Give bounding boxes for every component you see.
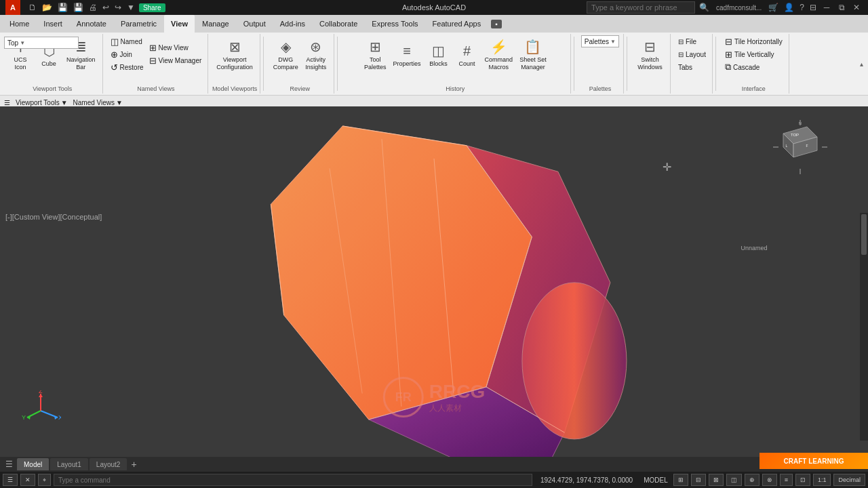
user-label: cadfmconsult... <box>716 4 762 12</box>
plugin-icon[interactable]: ⊟ <box>808 2 818 13</box>
viewport-tools-label: Viewport Tools <box>16 99 60 106</box>
viewcube-svg: TOP L F N <box>773 120 827 174</box>
layout-tab-layout2[interactable]: Layout2 <box>90 458 127 470</box>
tool-palettes-button[interactable]: ⊞ ToolPalettes <box>361 35 389 75</box>
account-icon[interactable]: 👤 <box>783 2 795 13</box>
named-button[interactable]: ◫ Named <box>108 35 146 47</box>
search-icon[interactable]: 🔍 <box>698 2 711 13</box>
interface-content: ⊟ Tile Horizontally ⊞ Tile Vertically ⧉ … <box>723 34 785 94</box>
restore-icon: ↺ <box>111 62 118 73</box>
qat-open[interactable]: 📂 <box>41 2 54 13</box>
tab-collaborate[interactable]: Collaborate <box>313 15 364 33</box>
restore-button[interactable]: ↺ Restore <box>108 61 146 73</box>
viewport-3d: ✛ X Y Z TOP <box>0 106 868 472</box>
join-button[interactable]: ⊕ Join <box>108 48 146 60</box>
search-input[interactable] <box>587 1 695 14</box>
tab-manage[interactable]: Manage <box>195 15 236 33</box>
restore-button[interactable]: ⧉ <box>835 1 848 14</box>
status-btn-5[interactable]: ⊕ <box>745 474 760 486</box>
activity-insights-button[interactable]: ⊛ ActivityInsights <box>302 35 330 75</box>
close-button[interactable]: ✕ <box>850 1 863 14</box>
extra-tab[interactable]: ▪ <box>491 20 502 28</box>
layout-tab-model[interactable]: Model <box>17 458 49 470</box>
status-units[interactable]: Decimal <box>833 474 865 486</box>
cascade-button[interactable]: ⧉ Cascade <box>723 61 785 73</box>
cascade-label: Cascade <box>733 64 760 71</box>
app-button[interactable]: A <box>5 0 20 15</box>
tile-v-icon: ⊞ <box>725 49 732 60</box>
status-btn-3[interactable]: ⊠ <box>709 474 724 486</box>
palettes-dropdown[interactable]: Palettes ▼ <box>581 35 619 47</box>
tile-vertical-button[interactable]: ⊞ Tile Vertically <box>723 48 785 60</box>
toolbar-named-views[interactable]: Named Views ▼ <box>73 99 123 106</box>
help-icon[interactable]: ? <box>798 2 806 13</box>
dwg-compare-button[interactable]: ◈ DWGCompare <box>271 35 301 75</box>
layout-tabs-button[interactable]: ⊟ Layout <box>676 48 708 60</box>
tab-output[interactable]: Output <box>237 15 273 33</box>
viewport-dropdown[interactable]: Top ▼ <box>4 37 79 49</box>
review-label: Review <box>267 85 334 92</box>
status-btn-2[interactable]: ⊟ <box>691 474 706 486</box>
command-input[interactable] <box>54 474 532 486</box>
count-button[interactable]: # Count <box>454 35 481 75</box>
tabs-expand[interactable]: Tabs <box>676 61 708 73</box>
viewport-config-button[interactable]: ⊠ ViewportConfiguration <box>214 35 256 75</box>
status-x-btn[interactable]: ✕ <box>20 474 35 486</box>
qat-undo[interactable]: ↩ <box>101 2 111 13</box>
sheet-set-button[interactable]: 📋 Sheet SetManager <box>517 35 549 75</box>
tab-parametric[interactable]: Parametric <box>114 15 163 33</box>
tab-home[interactable]: Home <box>3 15 36 33</box>
scrollbar-right[interactable] <box>860 213 868 441</box>
tab-addins[interactable]: Add-ins <box>273 15 312 33</box>
tab-express[interactable]: Express Tools <box>365 15 425 33</box>
named-views-toolbar-label: Named Views <box>73 99 115 106</box>
qat-save[interactable]: 💾 <box>56 2 69 13</box>
ribbon-collapse[interactable]: ▴ <box>858 34 865 94</box>
tile-horizontal-button[interactable]: ⊟ Tile Horizontally <box>723 35 785 47</box>
cube-label: Cube <box>41 60 56 68</box>
status-btn-8[interactable]: ⊡ <box>795 474 810 486</box>
tab-annotate[interactable]: Annotate <box>70 15 113 33</box>
toolbar-viewport-tools[interactable]: Viewport Tools ▼ <box>16 99 68 106</box>
tab-insert[interactable]: Insert <box>37 15 69 33</box>
viewcube[interactable]: TOP L F N Unnamed <box>773 120 827 174</box>
viewport-label[interactable]: [-][Custom View][Conceptual] <box>5 213 102 221</box>
tab-featured[interactable]: Featured Apps <box>426 15 488 33</box>
layout-tab-layout1[interactable]: Layout1 <box>50 458 88 470</box>
layout-tabs-label: Layout <box>686 51 706 58</box>
count-label: Count <box>459 60 475 68</box>
store-icon[interactable]: 🛒 <box>767 2 780 13</box>
tab-view[interactable]: View <box>164 15 195 33</box>
ribbon-group-viewport-tools: ⊹ UCSIcon ⬡ Cube ≣ NavigationBar Top ▼ V… <box>3 34 103 94</box>
qat-more[interactable]: ▼ <box>125 2 136 13</box>
add-layout-button[interactable]: + <box>128 459 139 470</box>
qat-redo[interactable]: ↪ <box>113 2 123 13</box>
file-tabs-button[interactable]: ⊟ File <box>676 35 708 47</box>
scrollbar-thumb[interactable] <box>861 214 867 255</box>
view-manager-button[interactable]: ⊟ View Manager <box>147 55 204 67</box>
cmd-macros-button[interactable]: ⚡ CommandMacros <box>482 35 516 75</box>
model-viewports-content: ⊠ ViewportConfiguration <box>214 34 256 85</box>
named-views-sub: ◫ Named ⊕ Join ↺ Restore <box>108 35 146 83</box>
status-cursor-btn[interactable]: ⌖ <box>38 474 51 486</box>
status-scale[interactable]: 1:1 <box>813 474 831 486</box>
toolbar-menu[interactable]: ☰ <box>4 99 10 106</box>
palettes-label: Palettes <box>585 38 609 45</box>
new-view-button[interactable]: ⊞ New View <box>147 42 204 54</box>
qat-share[interactable]: Share <box>139 3 165 12</box>
minimize-button[interactable]: ─ <box>821 1 833 14</box>
switch-windows-button[interactable]: ⊟ SwitchWindows <box>635 35 665 75</box>
properties-button[interactable]: ≡ Properties <box>391 35 424 75</box>
blocks-button[interactable]: ◫ Blocks <box>425 35 452 75</box>
status-menu-btn[interactable]: ☰ <box>3 474 18 486</box>
qat-new[interactable]: 🗋 <box>27 2 38 13</box>
viewport-config-icon: ⊠ <box>229 39 241 55</box>
qat-save-as[interactable]: 💾 <box>72 2 85 13</box>
qat-print[interactable]: 🖨 <box>87 2 98 13</box>
status-btn-1[interactable]: ⊞ <box>673 474 688 486</box>
status-btn-4[interactable]: ◫ <box>726 474 742 486</box>
properties-label: Properties <box>393 60 421 68</box>
status-btn-6[interactable]: ⊗ <box>762 474 777 486</box>
status-btn-7[interactable]: ≡ <box>780 474 793 486</box>
layout-menu[interactable]: ☰ <box>3 460 16 469</box>
